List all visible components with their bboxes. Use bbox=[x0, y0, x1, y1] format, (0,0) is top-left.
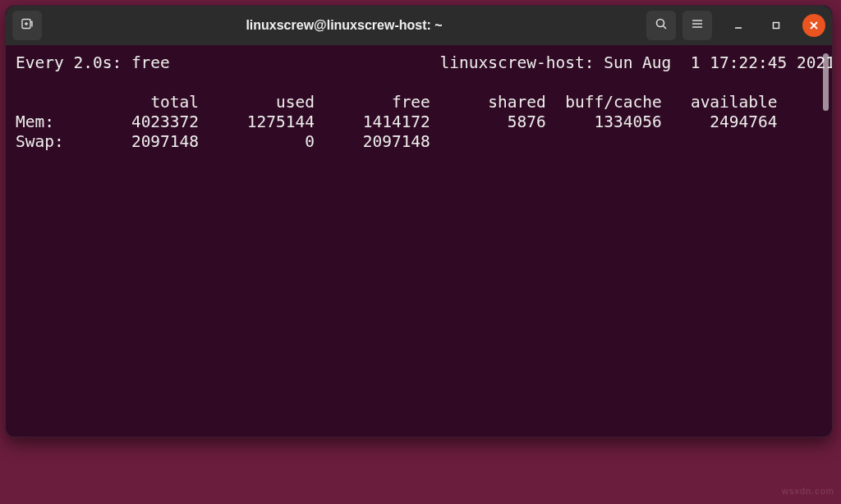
watch-status-right: linuxscrew-host: Sun Aug 1 17:22:45 2021 bbox=[440, 53, 833, 72]
new-tab-icon bbox=[21, 17, 34, 34]
col-total: total bbox=[150, 93, 199, 112]
row-mem-label: Mem: bbox=[16, 112, 54, 131]
mem-shared: 5876 bbox=[508, 112, 546, 131]
new-tab-button[interactable] bbox=[12, 11, 42, 40]
mem-total: 4023372 bbox=[131, 112, 199, 131]
col-free: free bbox=[392, 93, 430, 112]
maximize-button[interactable] bbox=[765, 14, 788, 37]
search-icon bbox=[655, 17, 668, 34]
swap-free: 2097148 bbox=[363, 132, 430, 151]
search-button[interactable] bbox=[646, 11, 676, 40]
col-shared: shared bbox=[488, 93, 545, 112]
minimize-icon bbox=[733, 18, 743, 34]
hamburger-icon bbox=[691, 17, 704, 34]
col-buff-cache: buff/cache bbox=[565, 93, 661, 112]
close-button[interactable] bbox=[802, 14, 825, 37]
mem-buff-cache: 1334056 bbox=[594, 112, 661, 131]
mem-available: 2494764 bbox=[710, 112, 777, 131]
window-title: linuxscrew@linuxscrew-host: ~ bbox=[48, 18, 640, 33]
watermark: wsxdn.com bbox=[782, 486, 834, 496]
watch-status-left: Every 2.0s: free bbox=[16, 53, 170, 72]
terminal-output[interactable]: Every 2.0s: free linuxscrew-host: Sun Au… bbox=[6, 45, 832, 437]
close-icon bbox=[809, 18, 819, 34]
scrollbar-thumb[interactable] bbox=[823, 53, 829, 111]
menu-button[interactable] bbox=[682, 11, 712, 40]
minimize-button[interactable] bbox=[727, 14, 750, 37]
terminal-window: linuxscrew@linuxscrew-host: ~ bbox=[5, 5, 833, 438]
mem-used: 1275144 bbox=[247, 112, 315, 131]
row-swap-label: Swap: bbox=[16, 132, 64, 151]
svg-point-1 bbox=[657, 20, 664, 27]
svg-rect-2 bbox=[774, 22, 779, 28]
swap-used: 0 bbox=[305, 132, 315, 151]
swap-total: 2097148 bbox=[131, 132, 199, 151]
titlebar: linuxscrew@linuxscrew-host: ~ bbox=[6, 6, 832, 45]
maximize-icon bbox=[771, 18, 781, 34]
col-available: available bbox=[691, 93, 778, 112]
col-used: used bbox=[276, 93, 315, 112]
mem-free: 1414172 bbox=[363, 112, 430, 131]
